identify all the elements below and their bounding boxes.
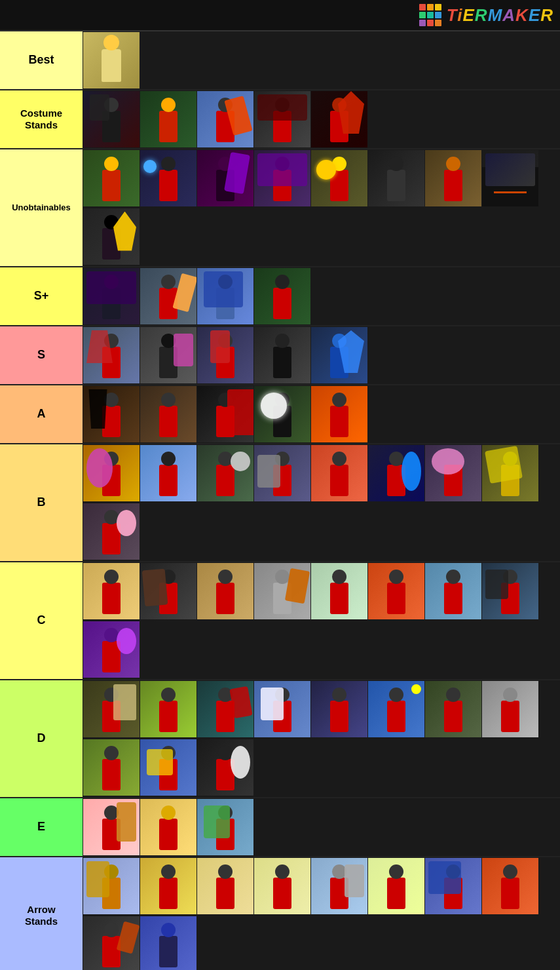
list-item bbox=[368, 445, 424, 501]
tier-content-splus bbox=[83, 267, 560, 325]
list-item bbox=[83, 799, 140, 855]
tier-label-b: B bbox=[0, 444, 83, 561]
list-item bbox=[197, 327, 253, 383]
list-item bbox=[140, 386, 196, 442]
list-item bbox=[368, 563, 424, 619]
list-item bbox=[254, 150, 310, 206]
list-item bbox=[311, 563, 367, 619]
list-item bbox=[83, 916, 140, 971]
tier-content-c bbox=[83, 562, 560, 679]
list-item bbox=[254, 858, 310, 914]
list-item bbox=[482, 563, 538, 619]
tier-label-splus: S+ bbox=[0, 267, 83, 325]
list-item bbox=[311, 445, 367, 501]
tier-label-arrow: ArrowStands bbox=[0, 857, 83, 970]
list-item bbox=[83, 681, 140, 737]
list-item bbox=[83, 32, 140, 88]
tier-row-arrow: ArrowStands bbox=[0, 857, 560, 970]
list-item bbox=[482, 150, 538, 206]
list-item bbox=[197, 858, 253, 914]
list-item bbox=[83, 563, 140, 619]
list-item bbox=[482, 681, 538, 737]
list-item bbox=[140, 150, 196, 206]
list-item bbox=[425, 681, 481, 737]
tier-row-best: Best bbox=[0, 31, 560, 90]
logo-grid-icon bbox=[419, 4, 441, 26]
tier-row-a: A bbox=[0, 385, 560, 444]
list-item bbox=[311, 150, 367, 206]
tier-label-c: C bbox=[0, 562, 83, 679]
list-item bbox=[83, 268, 140, 324]
list-item bbox=[197, 268, 253, 324]
list-item bbox=[197, 150, 253, 206]
list-item bbox=[482, 445, 538, 501]
list-item bbox=[254, 91, 310, 147]
list-item bbox=[368, 150, 424, 206]
list-item bbox=[311, 327, 367, 383]
list-item bbox=[140, 681, 196, 737]
tier-label-s: S bbox=[0, 326, 83, 384]
tier-label-a: A bbox=[0, 385, 83, 443]
tier-row-c: C bbox=[0, 562, 560, 680]
list-item bbox=[254, 386, 310, 442]
tier-content-best bbox=[83, 31, 560, 89]
tier-label-unobtainable: Unobtainables bbox=[0, 149, 83, 266]
list-item bbox=[254, 563, 310, 619]
tier-row-costume: CostumeStands bbox=[0, 90, 560, 149]
list-item bbox=[368, 681, 424, 737]
tier-row-s: S bbox=[0, 326, 560, 385]
list-item bbox=[83, 386, 140, 442]
tier-row-splus: S+ bbox=[0, 267, 560, 326]
list-item bbox=[311, 681, 367, 737]
tier-content-b bbox=[83, 444, 560, 561]
tier-row-b: B bbox=[0, 444, 560, 562]
list-item bbox=[311, 858, 367, 914]
list-item bbox=[197, 799, 253, 855]
list-item bbox=[197, 91, 253, 147]
list-item bbox=[425, 445, 481, 501]
list-item bbox=[254, 268, 310, 324]
list-item bbox=[197, 445, 253, 501]
list-item bbox=[197, 739, 253, 796]
list-item bbox=[83, 150, 140, 206]
list-item bbox=[83, 739, 140, 796]
tier-row-e: E bbox=[0, 798, 560, 857]
list-item bbox=[140, 91, 196, 147]
list-item bbox=[83, 91, 140, 147]
tier-content-costume bbox=[83, 90, 560, 148]
tier-label-costume: CostumeStands bbox=[0, 90, 83, 148]
list-item bbox=[425, 858, 481, 914]
tier-content-arrow bbox=[83, 857, 560, 970]
tier-content-e bbox=[83, 798, 560, 856]
tier-content-a bbox=[83, 385, 560, 443]
tier-content-unobtainable bbox=[83, 149, 560, 266]
list-item bbox=[140, 799, 196, 855]
list-item bbox=[425, 563, 481, 619]
tier-content-d bbox=[83, 680, 560, 797]
list-item bbox=[140, 916, 196, 971]
list-item bbox=[83, 208, 140, 265]
list-item bbox=[140, 327, 196, 383]
list-item bbox=[140, 739, 196, 796]
list-item bbox=[254, 681, 310, 737]
list-item bbox=[197, 563, 253, 619]
list-item bbox=[83, 503, 140, 560]
header: TiERMAKER bbox=[0, 0, 560, 31]
tiermaker-logo: TiERMAKER bbox=[419, 4, 553, 26]
list-item bbox=[83, 621, 140, 678]
list-item bbox=[140, 563, 196, 619]
tier-label-d: D bbox=[0, 680, 83, 797]
list-item bbox=[254, 327, 310, 383]
list-item bbox=[140, 858, 196, 914]
tiermaker-text: TiERMAKER bbox=[447, 5, 553, 26]
list-item bbox=[83, 327, 140, 383]
list-item bbox=[197, 681, 253, 737]
list-item bbox=[254, 445, 310, 501]
tier-content-s bbox=[83, 326, 560, 384]
list-item bbox=[140, 268, 196, 324]
tier-row-unobtainable: Unobtainables bbox=[0, 149, 560, 267]
list-item bbox=[83, 445, 140, 501]
list-item bbox=[311, 91, 367, 147]
list-item bbox=[368, 858, 424, 914]
tier-label-best: Best bbox=[0, 31, 83, 89]
